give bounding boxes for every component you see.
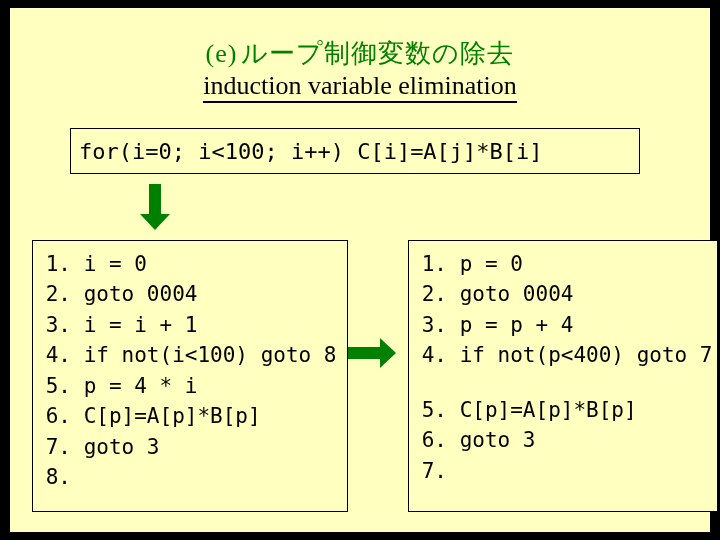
code-line-number: 1. <box>419 249 447 279</box>
code-row: 2. goto 0004 <box>419 279 707 309</box>
code-line-text <box>447 459 460 483</box>
code-row: 7. <box>419 456 707 486</box>
code-row: 3. i = i + 1 <box>43 310 337 340</box>
panel-gap <box>419 371 707 395</box>
code-line-number: 1. <box>43 249 71 279</box>
code-row: 6. C[p]=A[p]*B[p] <box>43 401 337 431</box>
code-line-text: C[p]=A[p]*B[p] <box>71 404 261 428</box>
code-line-text: goto 0004 <box>447 282 573 306</box>
code-line-number: 4. <box>419 340 447 370</box>
code-panel-after: 1. p = 02. goto 00043. p = p + 44. if no… <box>408 240 718 512</box>
code-line-text: goto 3 <box>71 435 160 459</box>
code-line-text: C[p]=A[p]*B[p] <box>447 398 637 422</box>
title-block: (e) ループ制御変数の除去 induction variable elimin… <box>10 8 710 103</box>
code-row: 4. if not(p<400) goto 7 <box>419 340 707 370</box>
code-row: 2. goto 0004 <box>43 279 337 309</box>
code-row: 3. p = p + 4 <box>419 310 707 340</box>
code-line-number: 4. <box>43 340 71 370</box>
code-row: 7. goto 3 <box>43 432 337 462</box>
code-row: 6. goto 3 <box>419 425 707 455</box>
code-line-number: 8. <box>43 462 71 492</box>
source-code-text: for(i=0; i<100; i++) C[i]=A[j]*B[i] <box>79 139 543 164</box>
code-line-text: p = 4 * i <box>71 374 197 398</box>
code-line-number: 5. <box>419 395 447 425</box>
title-main-ja: ループ制御変数の除去 <box>241 39 514 68</box>
arrow-right-icon <box>348 338 398 368</box>
code-line-text <box>71 465 84 489</box>
code-line-text: i = 0 <box>71 252 147 276</box>
code-line-text: i = i + 1 <box>71 313 197 337</box>
code-panel-before: 1. i = 02. goto 00043. i = i + 14. if no… <box>32 240 348 512</box>
title-sub-en: induction variable elimination <box>203 71 516 103</box>
code-row: 1. p = 0 <box>419 249 707 279</box>
code-line-text: p = 0 <box>447 252 523 276</box>
code-row: 8. <box>43 462 337 492</box>
code-line-text: if not(p<400) goto 7 <box>447 343 713 367</box>
slide: (e) ループ制御変数の除去 induction variable elimin… <box>10 8 710 532</box>
code-line-text: goto 0004 <box>71 282 197 306</box>
code-line-number: 7. <box>43 432 71 462</box>
title-line-1: (e) ループ制御変数の除去 <box>10 36 710 71</box>
code-line-number: 3. <box>43 310 71 340</box>
code-line-number: 2. <box>419 279 447 309</box>
code-line-number: 3. <box>419 310 447 340</box>
code-line-number: 2. <box>43 279 71 309</box>
code-row: 5. C[p]=A[p]*B[p] <box>419 395 707 425</box>
code-line-text: if not(i<100) goto 8 <box>71 343 337 367</box>
title-tag: (e) <box>206 39 238 68</box>
code-line-number: 5. <box>43 371 71 401</box>
source-code-bar: for(i=0; i<100; i++) C[i]=A[j]*B[i] <box>70 128 640 174</box>
code-line-text: goto 3 <box>447 428 536 452</box>
code-line-text: p = p + 4 <box>447 313 573 337</box>
code-row: 1. i = 0 <box>43 249 337 279</box>
code-line-number: 6. <box>43 401 71 431</box>
code-row: 4. if not(i<100) goto 8 <box>43 340 337 370</box>
code-line-number: 7. <box>419 456 447 486</box>
code-row: 5. p = 4 * i <box>43 371 337 401</box>
title-line-2: induction variable elimination <box>10 71 710 103</box>
code-line-number: 6. <box>419 425 447 455</box>
arrow-down-icon <box>140 184 170 232</box>
